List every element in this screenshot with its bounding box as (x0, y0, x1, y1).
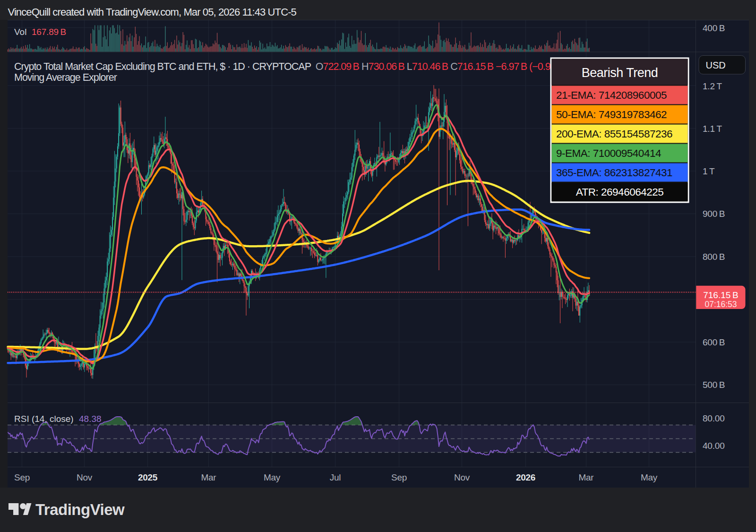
svg-text:365-EMA: 862313827431: 365-EMA: 862313827431 (556, 167, 672, 179)
svg-text:Moving Average Explorer: Moving Average Explorer (14, 72, 117, 83)
svg-text:400 B: 400 B (703, 23, 725, 33)
svg-text:TradingView: TradingView (35, 501, 125, 518)
svg-text:1.1 T: 1.1 T (703, 124, 722, 134)
svg-text:40.00: 40.00 (703, 441, 725, 451)
svg-text:USD: USD (706, 60, 726, 70)
svg-text:Nov: Nov (77, 472, 93, 482)
svg-text:Sep: Sep (14, 472, 30, 482)
svg-text:Jul: Jul (330, 472, 341, 482)
svg-text:Sep: Sep (391, 472, 407, 482)
svg-text:Nov: Nov (454, 472, 470, 482)
svg-text:900 B: 900 B (703, 209, 725, 219)
svg-text:48.38: 48.38 (79, 414, 102, 424)
svg-text:May: May (264, 472, 281, 482)
svg-text:21-EMA: 714208960005: 21-EMA: 714208960005 (556, 89, 667, 101)
svg-text:600 B: 600 B (703, 337, 725, 347)
svg-text:80.00: 80.00 (703, 413, 725, 423)
svg-text:716.15 B: 716.15 B (703, 290, 739, 300)
svg-text:500 B: 500 B (703, 380, 725, 390)
svg-text:Mar: Mar (201, 472, 217, 482)
svg-text:Crypto Total Market Cap Exclud: Crypto Total Market Cap Excluding BTC an… (14, 61, 567, 72)
svg-text:Mar: Mar (579, 472, 594, 482)
svg-text:1.2 T: 1.2 T (703, 81, 722, 91)
svg-text:VinceQuill created with Tradin: VinceQuill created with TradingView.com,… (8, 6, 297, 18)
svg-text:2025: 2025 (138, 472, 158, 482)
svg-text:9-EMA: 710009540414: 9-EMA: 710009540414 (556, 147, 661, 159)
svg-text:07:16:53: 07:16:53 (704, 300, 737, 309)
svg-text:2026: 2026 (516, 472, 535, 482)
svg-text:200-EMA: 855154587236: 200-EMA: 855154587236 (556, 128, 672, 140)
svg-text:1 T: 1 T (703, 166, 715, 176)
svg-text:Vol: Vol (14, 27, 26, 37)
svg-text:May: May (641, 472, 658, 482)
svg-text:ATR: 26946064225: ATR: 26946064225 (576, 186, 663, 198)
svg-text:50-EMA: 749319783462: 50-EMA: 749319783462 (556, 109, 667, 120)
svg-text:RSI (14, close): RSI (14, close) (14, 414, 74, 424)
svg-text:800 B: 800 B (703, 252, 725, 262)
svg-text:167.89 B: 167.89 B (32, 27, 66, 37)
svg-text:Bearish Trend: Bearish Trend (582, 66, 658, 80)
